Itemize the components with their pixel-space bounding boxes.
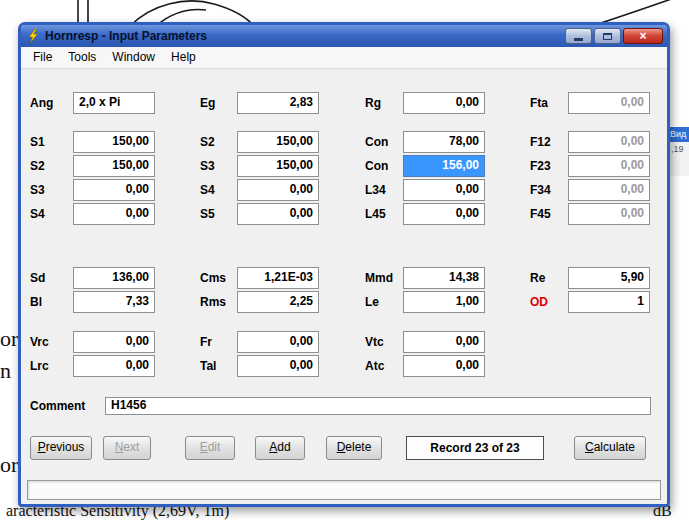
field-label-tal: Tal (200, 355, 216, 377)
field-label-bl: Bl (30, 291, 42, 313)
field-vrc[interactable]: 0,00 (73, 331, 155, 353)
field-s3[interactable]: 0,00 (73, 179, 155, 201)
field-label-s2: S2 (30, 155, 45, 177)
field-label-le: Le (365, 291, 379, 313)
field-lrc[interactable]: 0,00 (73, 355, 155, 377)
field-con23-selected[interactable]: 156,00 (403, 155, 485, 177)
field-label-lrc: Lrc (30, 355, 49, 377)
background-text-fragment: n (0, 358, 11, 384)
field-s2[interactable]: 150,00 (73, 155, 155, 177)
background-text-fragment: or (0, 326, 18, 352)
field-atc[interactable]: 0,00 (403, 355, 485, 377)
field-bl[interactable]: 7,33 (73, 291, 155, 313)
field-eg[interactable]: 2,83 (237, 92, 319, 114)
field-label-s3r: S3 (200, 155, 215, 177)
field-cms[interactable]: 1,21E-03 (237, 267, 319, 289)
menu-help[interactable]: Help (163, 47, 204, 68)
close-button[interactable]: × (623, 28, 663, 44)
comment-field[interactable]: H1456 (105, 397, 651, 415)
delete-button[interactable]: Delete (326, 436, 382, 460)
field-label-f34: F34 (530, 179, 551, 201)
field-s4r[interactable]: 0,00 (237, 179, 319, 201)
field-l45[interactable]: 0,00 (403, 203, 485, 225)
menu-tools[interactable]: Tools (60, 47, 104, 68)
edit-button[interactable]: Edit (185, 436, 235, 460)
field-label-re: Re (530, 267, 545, 289)
field-label-s4r: S4 (200, 179, 215, 201)
field-label-con23: Con (365, 155, 388, 177)
field-s4[interactable]: 0,00 (73, 203, 155, 225)
field-f23[interactable]: 0,00 (568, 155, 650, 177)
minimize-icon (574, 38, 583, 41)
field-fta[interactable]: 0,00 (568, 92, 650, 114)
menubar: File Tools Window Help (21, 47, 667, 69)
field-sd[interactable]: 136,00 (73, 267, 155, 289)
field-label-rg: Rg (365, 92, 381, 114)
field-le[interactable]: 1,00 (403, 291, 485, 313)
field-ang[interactable]: 2,0 x Pi (73, 92, 155, 114)
screen: or n or aracteristic Sensitivity (2,69V,… (0, 0, 689, 520)
comment-label: Comment (30, 395, 85, 417)
add-button[interactable]: Add (255, 436, 305, 460)
field-label-s4: S4 (30, 203, 45, 225)
field-f12[interactable]: 0,00 (568, 131, 650, 153)
field-label-od: OD (530, 291, 548, 313)
titlebar[interactable]: Hornresp - Input Parameters × (21, 25, 667, 47)
field-f34[interactable]: 0,00 (568, 179, 650, 201)
field-label-sd: Sd (30, 267, 45, 289)
field-od[interactable]: 1 (568, 291, 650, 313)
previous-button[interactable]: Previous (30, 436, 92, 460)
background-text-fragment: or (0, 452, 18, 478)
field-label-rms: Rms (200, 291, 226, 313)
field-label-s2r: S2 (200, 131, 215, 153)
status-bar (27, 480, 661, 500)
menu-file[interactable]: File (25, 47, 60, 68)
window-title: Hornresp - Input Parameters (45, 29, 565, 43)
background-window-fragment-body: ,19 (668, 142, 689, 176)
field-re[interactable]: 5,90 (568, 267, 650, 289)
field-label-fr: Fr (200, 331, 212, 353)
field-rg[interactable]: 0,00 (403, 92, 485, 114)
field-label-ang: Ang (30, 92, 53, 114)
field-s3r[interactable]: 150,00 (237, 155, 319, 177)
window-controls: × (565, 28, 663, 44)
calculate-button[interactable]: Calculate (574, 436, 646, 460)
client-area: Ang 2,0 x Pi Eg 2,83 Rg 0,00 Fta 0,00 S1… (21, 69, 667, 504)
field-label-cms: Cms (200, 267, 226, 289)
field-label-l45: L45 (365, 203, 386, 225)
field-label-f23: F23 (530, 155, 551, 177)
close-icon: × (639, 29, 646, 43)
field-tal[interactable]: 0,00 (237, 355, 319, 377)
field-label-s1: S1 (30, 131, 45, 153)
field-con12[interactable]: 78,00 (403, 131, 485, 153)
next-button[interactable]: Next (103, 436, 151, 460)
field-label-atc: Atc (365, 355, 384, 377)
menu-window[interactable]: Window (104, 47, 163, 68)
record-indicator: Record 23 of 23 (406, 436, 544, 460)
field-s1[interactable]: 150,00 (73, 131, 155, 153)
field-label-s5: S5 (200, 203, 215, 225)
field-s5[interactable]: 0,00 (237, 203, 319, 225)
background-window-fragment-header: Вид (668, 127, 689, 142)
field-label-con12: Con (365, 131, 388, 153)
maximize-button[interactable] (594, 28, 621, 44)
field-f45[interactable]: 0,00 (568, 203, 650, 225)
field-fr[interactable]: 0,00 (237, 331, 319, 353)
field-label-mmd: Mmd (365, 267, 393, 289)
hornresp-input-parameters-window: Hornresp - Input Parameters × File Tools… (18, 22, 670, 507)
field-label-s3: S3 (30, 179, 45, 201)
minimize-button[interactable] (565, 28, 592, 44)
field-label-vtc: Vtc (365, 331, 384, 353)
maximize-icon (603, 33, 612, 40)
field-rms[interactable]: 2,25 (237, 291, 319, 313)
field-mmd[interactable]: 14,38 (403, 267, 485, 289)
background-window-fragment: Вид ,19 (668, 127, 689, 176)
field-vtc[interactable]: 0,00 (403, 331, 485, 353)
field-l34[interactable]: 0,00 (403, 179, 485, 201)
field-label-f45: F45 (530, 203, 551, 225)
field-label-vrc: Vrc (30, 331, 49, 353)
field-label-eg: Eg (200, 92, 215, 114)
field-s2r[interactable]: 150,00 (237, 131, 319, 153)
lightning-icon (27, 29, 41, 43)
field-label-fta: Fta (530, 92, 548, 114)
